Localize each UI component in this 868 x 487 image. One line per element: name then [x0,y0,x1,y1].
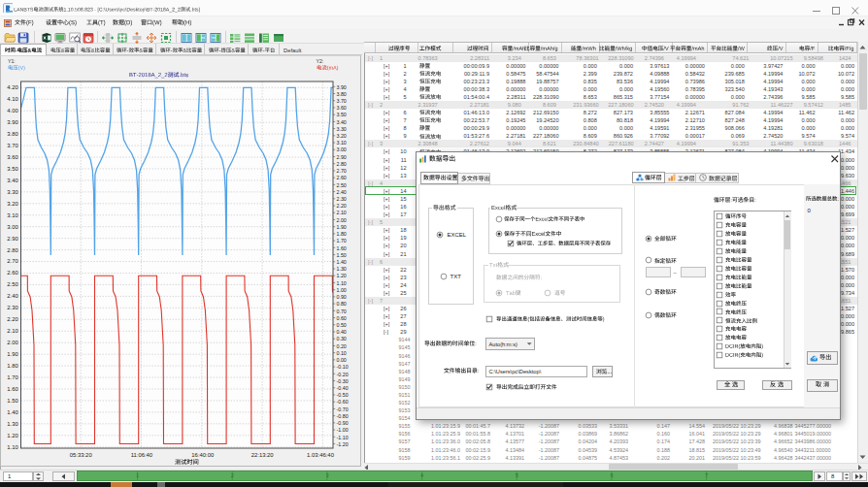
svg-text:6: 6 [611,472,614,478]
svg-text:4: 4 [420,472,423,478]
svg-text:5: 5 [516,472,518,478]
svg-text:1: 1 [136,472,139,478]
svg-text:2: 2 [231,472,234,478]
svg-text:7: 7 [705,472,708,478]
svg-text:3: 3 [326,472,329,478]
